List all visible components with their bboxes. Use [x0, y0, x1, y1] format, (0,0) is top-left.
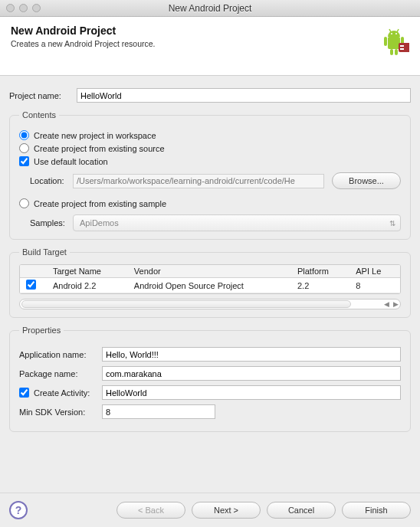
scrollbar-thumb[interactable]	[21, 300, 351, 308]
col-vendor: Vendor	[128, 265, 291, 278]
create-activity-label: Create Activity:	[34, 388, 90, 398]
next-button[interactable]: Next >	[192, 502, 261, 519]
create-sample-radio[interactable]	[19, 198, 29, 208]
use-default-location-checkbox[interactable]	[19, 156, 29, 166]
package-name-label: Package name:	[19, 369, 102, 378]
target-api: 8	[349, 278, 400, 293]
contents-group: Contents Create new project in workspace…	[9, 110, 411, 240]
use-default-location-label: Use default location	[34, 157, 108, 166]
close-icon[interactable]	[6, 4, 15, 12]
target-vendor: Android Open Source Project	[128, 278, 291, 293]
svg-rect-1	[384, 37, 387, 46]
col-platform: Platform	[291, 265, 349, 278]
create-existing-radio[interactable]	[19, 143, 29, 153]
properties-legend: Properties	[19, 326, 64, 335]
finish-button[interactable]: Finish	[342, 502, 411, 519]
svg-point-8	[395, 33, 397, 34]
min-sdk-label: Min SDK Version:	[19, 408, 102, 417]
col-target-name: Target Name	[47, 265, 128, 278]
svg-line-6	[397, 29, 399, 32]
target-platform: 2.2	[291, 278, 349, 293]
project-name-input[interactable]	[77, 88, 411, 103]
build-target-group: Build Target Target Name Vendor Platform…	[9, 247, 411, 318]
cancel-button[interactable]: Cancel	[267, 502, 336, 519]
scroll-left-icon[interactable]: ◀	[382, 300, 391, 309]
package-name-input[interactable]	[102, 366, 401, 381]
minimize-icon[interactable]	[19, 4, 28, 12]
contents-legend: Contents	[19, 110, 59, 119]
project-name-label: Project name:	[9, 91, 77, 100]
properties-group: Properties Application name: Package nam…	[9, 326, 411, 432]
svg-rect-9	[399, 43, 409, 52]
window-controls	[0, 4, 41, 12]
col-api: API Le	[349, 265, 400, 278]
target-checkbox[interactable]	[26, 280, 36, 290]
svg-rect-4	[395, 49, 398, 55]
help-icon[interactable]: ?	[9, 501, 28, 519]
page-title: New Android Project	[11, 25, 379, 37]
location-label: Location:	[19, 176, 73, 185]
svg-line-5	[389, 29, 391, 32]
scroll-right-icon[interactable]: ▶	[391, 300, 400, 309]
application-name-input[interactable]	[102, 347, 401, 362]
horizontal-scrollbar[interactable]: ◀ ▶	[19, 299, 401, 309]
table-row[interactable]: Android 2.2 Android Open Source Project …	[20, 278, 400, 293]
svg-rect-0	[388, 37, 400, 49]
create-existing-label: Create project from existing source	[34, 144, 165, 153]
samples-label: Samples:	[19, 218, 73, 227]
chevron-updown-icon: ⇅	[389, 219, 395, 227]
create-activity-input[interactable]	[102, 385, 401, 400]
create-new-label: Create new project in workspace	[34, 131, 156, 140]
create-sample-label: Create project from existing sample	[34, 199, 166, 208]
back-button: < Back	[116, 502, 185, 519]
android-icon	[379, 25, 409, 63]
wizard-footer: ? < Back Next > Cancel Finish	[0, 493, 420, 527]
svg-rect-11	[400, 48, 404, 50]
page-subtitle: Creates a new Android Project resource.	[11, 39, 379, 48]
application-name-label: Application name:	[19, 350, 102, 359]
create-new-radio[interactable]	[19, 130, 29, 140]
svg-point-7	[391, 33, 392, 34]
create-activity-checkbox[interactable]	[19, 388, 29, 398]
location-input	[73, 174, 324, 188]
build-target-table: Target Name Vendor Platform API Le Andro…	[20, 265, 400, 293]
samples-value: ApiDemos	[80, 218, 119, 227]
svg-rect-10	[400, 45, 404, 47]
samples-select[interactable]: ApiDemos ⇅	[73, 214, 401, 231]
target-name: Android 2.2	[47, 278, 128, 293]
wizard-header: New Android Project Creates a new Androi…	[0, 17, 420, 76]
svg-rect-3	[390, 49, 393, 55]
browse-button[interactable]: Browse...	[332, 172, 401, 189]
window-title: New Android Project	[0, 3, 420, 14]
build-target-legend: Build Target	[19, 247, 70, 257]
min-sdk-input[interactable]	[102, 404, 215, 419]
window-titlebar: New Android Project	[0, 0, 420, 17]
zoom-icon[interactable]	[32, 4, 41, 12]
